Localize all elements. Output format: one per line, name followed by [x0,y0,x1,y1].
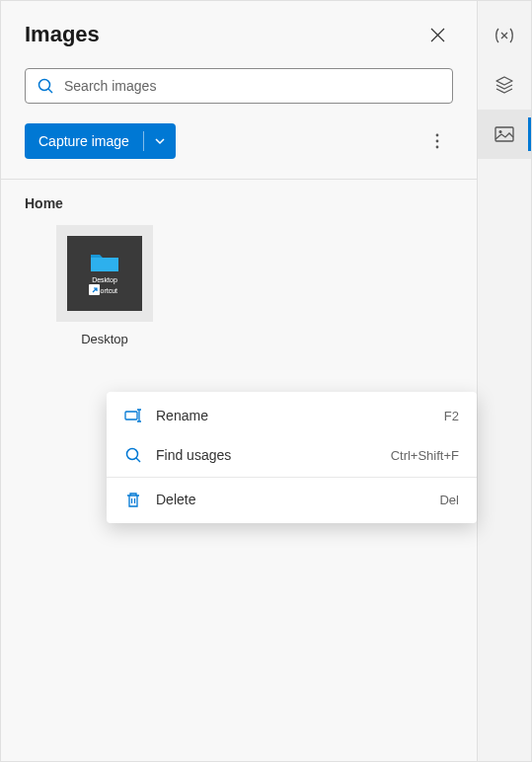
svg-point-1 [436,134,439,137]
image-icon [494,126,514,142]
rail-images[interactable] [478,110,531,159]
rename-icon [124,407,142,424]
shortcut-arrow-icon [91,286,99,294]
variables-icon [494,27,514,44]
toolbar: Capture image [1,112,477,179]
image-item: Desktop Shortcut Desktop [56,225,153,346]
menu-shortcut: Del [439,493,459,507]
capture-dropdown[interactable] [144,135,176,147]
search-icon [124,446,142,464]
section-title: Home [25,195,453,211]
svg-point-3 [436,146,439,149]
right-rail [478,0,532,762]
image-thumbnail[interactable]: Desktop Shortcut [56,225,153,322]
home-section: Home Desktop Shortcut [1,180,477,362]
search-row [1,60,477,112]
panel-title: Images [25,22,100,47]
menu-delete[interactable]: Delete Del [107,480,477,519]
rail-variables[interactable] [478,11,531,60]
menu-find-usages[interactable]: Find usages Ctrl+Shift+F [107,435,477,475]
menu-label: Find usages [156,447,377,463]
delete-icon [124,491,142,508]
more-button[interactable] [421,125,453,157]
svg-point-2 [436,140,439,143]
layers-icon [494,76,514,94]
chevron-down-icon [154,135,166,147]
svg-point-0 [39,79,50,90]
close-icon [430,28,445,42]
menu-divider [107,477,477,478]
folder-icon [90,252,119,273]
capture-image-button[interactable]: Capture image [25,123,176,159]
capture-label: Capture image [25,133,143,149]
context-menu: Rename F2 Find usages Ctrl+Shift+F Delet… [107,392,477,523]
svg-point-7 [126,448,137,459]
more-vertical-icon [435,133,439,149]
thumb-text-1: Desktop [92,276,117,284]
panel-header: Images [1,1,477,60]
menu-label: Rename [156,408,430,423]
thumbnail-content: Desktop Shortcut [67,236,142,311]
rail-layers[interactable] [478,60,531,110]
svg-point-5 [499,130,502,133]
menu-shortcut: Ctrl+Shift+F [391,448,459,463]
svg-rect-6 [125,412,137,419]
shortcut-badge [89,284,100,295]
images-panel: Images Capture image Home [0,0,478,762]
menu-label: Delete [156,492,425,507]
menu-rename[interactable]: Rename F2 [107,396,477,435]
thumbnail-grid: Desktop Shortcut Desktop [25,225,453,346]
search-box[interactable] [25,68,453,104]
menu-shortcut: F2 [444,409,459,423]
close-button[interactable] [421,19,453,50]
search-icon [38,78,54,95]
search-input[interactable] [64,78,440,94]
image-label: Desktop [81,332,128,346]
